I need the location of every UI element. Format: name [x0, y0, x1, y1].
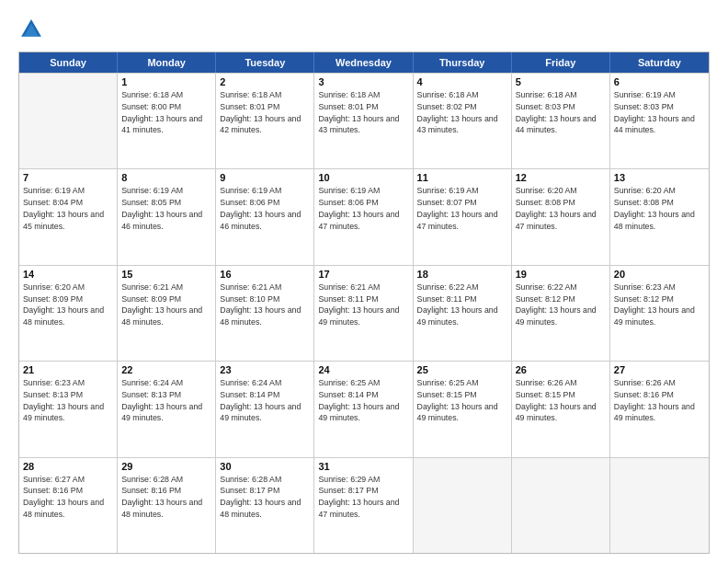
day-number: 24	[318, 364, 408, 375]
day-number: 8	[121, 172, 211, 183]
calendar: SundayMondayTuesdayWednesdayThursdayFrid…	[18, 52, 710, 554]
day-info: Sunrise: 6:19 AM Sunset: 8:05 PM Dayligh…	[121, 185, 211, 232]
day-number: 17	[318, 269, 408, 280]
day-info: Sunrise: 6:21 AM Sunset: 8:09 PM Dayligh…	[121, 282, 211, 328]
calendar-cell: 21Sunrise: 6:23 AM Sunset: 8:13 PM Dayli…	[19, 362, 118, 456]
day-number: 15	[121, 269, 211, 280]
calendar-cell: 22Sunrise: 6:24 AM Sunset: 8:13 PM Dayli…	[118, 362, 216, 456]
day-info: Sunrise: 6:28 AM Sunset: 8:17 PM Dayligh…	[220, 474, 310, 521]
day-number: 12	[516, 172, 606, 183]
day-info: Sunrise: 6:25 AM Sunset: 8:15 PM Dayligh…	[417, 377, 507, 424]
calendar-cell: 2Sunrise: 6:18 AM Sunset: 8:01 PM Daylig…	[216, 74, 314, 168]
day-number: 21	[23, 364, 113, 375]
day-number: 3	[318, 76, 408, 87]
calendar-cell: 19Sunrise: 6:22 AM Sunset: 8:12 PM Dayli…	[512, 266, 610, 361]
day-info: Sunrise: 6:23 AM Sunset: 8:12 PM Dayligh…	[614, 282, 705, 328]
calendar-row-3: 21Sunrise: 6:23 AM Sunset: 8:13 PM Dayli…	[19, 361, 709, 456]
day-info: Sunrise: 6:19 AM Sunset: 8:06 PM Dayligh…	[318, 185, 408, 232]
day-info: Sunrise: 6:21 AM Sunset: 8:11 PM Dayligh…	[318, 282, 408, 328]
calendar-cell: 13Sunrise: 6:20 AM Sunset: 8:08 PM Dayli…	[610, 169, 709, 264]
day-of-week-monday: Monday	[118, 52, 216, 73]
day-number: 10	[318, 172, 408, 183]
day-info: Sunrise: 6:26 AM Sunset: 8:15 PM Dayligh…	[516, 377, 606, 424]
day-number: 22	[121, 364, 211, 375]
day-number: 31	[318, 461, 408, 472]
day-info: Sunrise: 6:24 AM Sunset: 8:14 PM Dayligh…	[220, 377, 310, 424]
calendar-cell: 26Sunrise: 6:26 AM Sunset: 8:15 PM Dayli…	[512, 362, 610, 456]
day-number: 18	[417, 269, 507, 280]
header	[18, 17, 710, 42]
day-number: 1	[121, 76, 211, 87]
day-number: 26	[516, 364, 606, 375]
calendar-cell: 4Sunrise: 6:18 AM Sunset: 8:02 PM Daylig…	[414, 74, 512, 168]
calendar-cell: 27Sunrise: 6:26 AM Sunset: 8:16 PM Dayli…	[610, 362, 709, 456]
day-info: Sunrise: 6:26 AM Sunset: 8:16 PM Dayligh…	[614, 377, 705, 424]
day-number: 25	[417, 364, 507, 375]
calendar-row-4: 28Sunrise: 6:27 AM Sunset: 8:16 PM Dayli…	[19, 457, 709, 553]
calendar-cell: 7Sunrise: 6:19 AM Sunset: 8:04 PM Daylig…	[19, 169, 118, 264]
calendar-cell: 3Sunrise: 6:18 AM Sunset: 8:01 PM Daylig…	[314, 74, 413, 168]
day-number: 28	[23, 461, 113, 472]
day-number: 9	[220, 172, 310, 183]
day-of-week-tuesday: Tuesday	[216, 52, 314, 73]
day-info: Sunrise: 6:24 AM Sunset: 8:13 PM Dayligh…	[121, 377, 211, 424]
calendar-row-2: 14Sunrise: 6:20 AM Sunset: 8:09 PM Dayli…	[19, 265, 709, 361]
calendar-cell: 1Sunrise: 6:18 AM Sunset: 8:00 PM Daylig…	[118, 74, 216, 168]
day-info: Sunrise: 6:19 AM Sunset: 8:03 PM Dayligh…	[614, 89, 705, 136]
calendar-cell: 24Sunrise: 6:25 AM Sunset: 8:14 PM Dayli…	[314, 362, 413, 456]
day-info: Sunrise: 6:19 AM Sunset: 8:06 PM Dayligh…	[220, 185, 310, 232]
calendar-cell: 30Sunrise: 6:28 AM Sunset: 8:17 PM Dayli…	[216, 458, 314, 553]
day-info: Sunrise: 6:18 AM Sunset: 8:00 PM Dayligh…	[121, 89, 211, 136]
calendar-cell: 6Sunrise: 6:19 AM Sunset: 8:03 PM Daylig…	[610, 74, 709, 168]
day-number: 4	[417, 76, 507, 87]
calendar-cell: 11Sunrise: 6:19 AM Sunset: 8:07 PM Dayli…	[414, 169, 512, 264]
day-info: Sunrise: 6:27 AM Sunset: 8:16 PM Dayligh…	[23, 474, 113, 521]
calendar-cell: 29Sunrise: 6:28 AM Sunset: 8:16 PM Dayli…	[118, 458, 216, 553]
calendar-cell: 10Sunrise: 6:19 AM Sunset: 8:06 PM Dayli…	[314, 169, 413, 264]
calendar-cell: 20Sunrise: 6:23 AM Sunset: 8:12 PM Dayli…	[610, 266, 709, 361]
day-info: Sunrise: 6:23 AM Sunset: 8:13 PM Dayligh…	[23, 377, 113, 424]
day-info: Sunrise: 6:18 AM Sunset: 8:02 PM Dayligh…	[417, 89, 507, 136]
day-info: Sunrise: 6:25 AM Sunset: 8:14 PM Dayligh…	[318, 377, 408, 424]
calendar-cell: 23Sunrise: 6:24 AM Sunset: 8:14 PM Dayli…	[216, 362, 314, 456]
day-number: 5	[516, 76, 606, 87]
day-info: Sunrise: 6:20 AM Sunset: 8:09 PM Dayligh…	[23, 282, 113, 328]
day-number: 19	[516, 269, 606, 280]
day-number: 23	[220, 364, 310, 375]
day-number: 20	[614, 269, 705, 280]
day-info: Sunrise: 6:20 AM Sunset: 8:08 PM Dayligh…	[614, 185, 705, 232]
logo	[18, 17, 48, 42]
day-number: 11	[417, 172, 507, 183]
calendar-cell	[414, 458, 512, 553]
calendar-cell: 9Sunrise: 6:19 AM Sunset: 8:06 PM Daylig…	[216, 169, 314, 264]
day-info: Sunrise: 6:18 AM Sunset: 8:01 PM Dayligh…	[318, 89, 408, 136]
day-info: Sunrise: 6:22 AM Sunset: 8:11 PM Dayligh…	[417, 282, 507, 328]
calendar-cell: 28Sunrise: 6:27 AM Sunset: 8:16 PM Dayli…	[19, 458, 118, 553]
calendar-cell: 16Sunrise: 6:21 AM Sunset: 8:10 PM Dayli…	[216, 266, 314, 361]
day-info: Sunrise: 6:22 AM Sunset: 8:12 PM Dayligh…	[516, 282, 606, 328]
day-info: Sunrise: 6:29 AM Sunset: 8:17 PM Dayligh…	[318, 474, 408, 521]
calendar-cell: 25Sunrise: 6:25 AM Sunset: 8:15 PM Dayli…	[414, 362, 512, 456]
calendar-cell	[19, 74, 118, 168]
calendar-cell: 15Sunrise: 6:21 AM Sunset: 8:09 PM Dayli…	[118, 266, 216, 361]
day-of-week-friday: Friday	[512, 52, 610, 73]
day-info: Sunrise: 6:18 AM Sunset: 8:01 PM Dayligh…	[220, 89, 310, 136]
calendar-cell: 5Sunrise: 6:18 AM Sunset: 8:03 PM Daylig…	[512, 74, 610, 168]
day-of-week-sunday: Sunday	[19, 52, 118, 73]
day-info: Sunrise: 6:20 AM Sunset: 8:08 PM Dayligh…	[516, 185, 606, 232]
day-number: 6	[614, 76, 705, 87]
day-info: Sunrise: 6:18 AM Sunset: 8:03 PM Dayligh…	[516, 89, 606, 136]
calendar-cell: 17Sunrise: 6:21 AM Sunset: 8:11 PM Dayli…	[314, 266, 413, 361]
day-number: 30	[220, 461, 310, 472]
calendar-row-0: 1Sunrise: 6:18 AM Sunset: 8:00 PM Daylig…	[19, 73, 709, 168]
calendar-body: 1Sunrise: 6:18 AM Sunset: 8:00 PM Daylig…	[19, 73, 709, 553]
day-info: Sunrise: 6:21 AM Sunset: 8:10 PM Dayligh…	[220, 282, 310, 328]
day-number: 14	[23, 269, 113, 280]
day-number: 7	[23, 172, 113, 183]
day-number: 29	[121, 461, 211, 472]
logo-icon	[18, 17, 44, 42]
day-number: 27	[614, 364, 705, 375]
day-of-week-saturday: Saturday	[610, 52, 709, 73]
day-info: Sunrise: 6:19 AM Sunset: 8:07 PM Dayligh…	[417, 185, 507, 232]
day-info: Sunrise: 6:19 AM Sunset: 8:04 PM Dayligh…	[23, 185, 113, 232]
